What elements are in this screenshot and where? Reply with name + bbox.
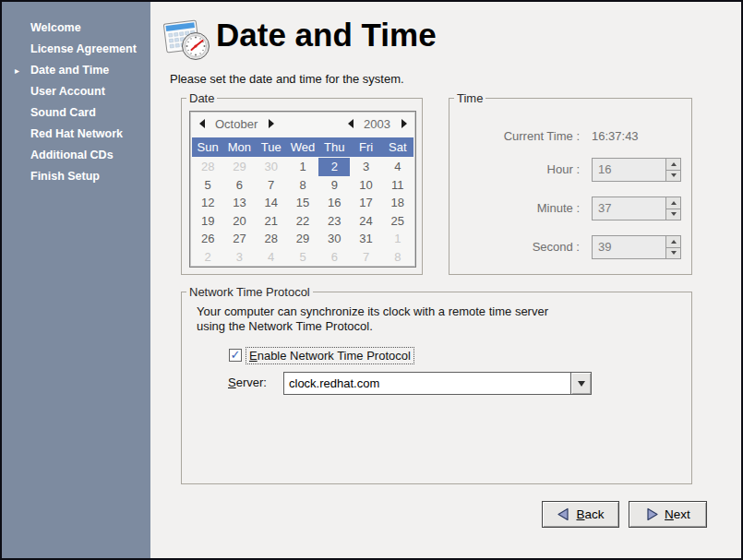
second-spin-down-icon[interactable] [666, 248, 680, 259]
calendar-day-header: Tue [256, 137, 287, 157]
calendar-grid: 2829301234567891011121314151617181920212… [192, 158, 413, 266]
calendar-day[interactable]: 8 [382, 248, 413, 267]
back-button[interactable]: Back [542, 501, 619, 528]
calendar-day[interactable]: 27 [223, 230, 255, 248]
sidebar-item-license-agreement[interactable]: License Agreement [2, 39, 150, 60]
hour-spin-up-icon[interactable] [666, 159, 680, 171]
calendar-day[interactable]: 17 [350, 194, 381, 212]
calendar-dow-row: SunMonTueWedThuFriSat [192, 137, 413, 157]
minute-label: Minute : [449, 201, 580, 215]
back-arrow-icon [557, 507, 570, 521]
back-button-label: Back [576, 507, 604, 521]
sidebar-item-sound-card[interactable]: Sound Card [2, 102, 150, 124]
sidebar-item-additional-cds[interactable]: Additional CDs [2, 145, 150, 166]
calendar-day[interactable]: 26 [192, 230, 223, 248]
calendar-day[interactable]: 1 [382, 230, 413, 248]
time-section-legend: Time [454, 91, 485, 105]
prev-month-icon[interactable] [197, 118, 207, 129]
calendar-day[interactable]: 15 [287, 194, 318, 212]
calendar-day[interactable]: 7 [350, 248, 381, 267]
calendar-day[interactable]: 25 [382, 212, 413, 231]
calendar-month-label: October [215, 117, 258, 131]
calendar-day[interactable]: 19 [192, 212, 223, 231]
next-month-icon[interactable] [266, 118, 276, 129]
next-year-icon[interactable] [399, 118, 409, 129]
calendar-day[interactable]: 9 [318, 176, 350, 195]
ntp-description-line1: Your computer can synchronize its clock … [197, 304, 548, 319]
hour-spinner[interactable]: 16 [592, 158, 681, 182]
sidebar-item-label: Sound Card [30, 106, 96, 119]
enable-ntp-row: ✓ Enable Network Time Protocol [229, 347, 414, 363]
minute-row: Minute : 37 [449, 197, 691, 220]
ntp-section: Network Time Protocol Your computer can … [181, 292, 692, 484]
sidebar-item-red-hat-network[interactable]: Red Hat Network [2, 124, 150, 145]
enable-ntp-label[interactable]: Enable Network Time Protocol [246, 347, 414, 364]
sidebar-item-welcome[interactable]: Welcome [2, 18, 150, 39]
calendar-day[interactable]: 24 [350, 212, 381, 231]
minute-value[interactable]: 37 [593, 197, 665, 220]
calendar-day[interactable]: 18 [382, 194, 413, 212]
calendar-day[interactable]: 20 [223, 212, 255, 231]
calendar-day[interactable]: 5 [192, 176, 223, 195]
hour-spin-down-icon[interactable] [666, 171, 680, 182]
calendar-day[interactable]: 10 [350, 176, 381, 195]
second-spinner[interactable]: 39 [592, 235, 681, 259]
calendar-day-selected[interactable]: 2 [318, 158, 350, 176]
calendar-day[interactable]: 28 [256, 230, 287, 248]
calendar-day[interactable]: 29 [223, 158, 255, 176]
minute-spinner[interactable]: 37 [592, 197, 681, 220]
calendar-day[interactable]: 1 [287, 158, 318, 176]
calendar-day[interactable]: 21 [256, 212, 287, 231]
calendar-day[interactable]: 2 [192, 248, 223, 267]
minute-spin-up-icon[interactable] [666, 197, 680, 209]
calendar-day[interactable]: 7 [256, 176, 287, 195]
setup-wizard-window: Welcome License Agreement ▸ Date and Tim… [0, 0, 743, 560]
hour-value[interactable]: 16 [593, 159, 665, 181]
sidebar-item-date-and-time[interactable]: ▸ Date and Time [2, 60, 150, 81]
page-subtitle: Please set the date and time for the sys… [170, 72, 404, 86]
server-label: Server: [228, 375, 267, 389]
calendar-day[interactable]: 12 [192, 194, 223, 212]
wizard-steps-sidebar: Welcome License Agreement ▸ Date and Tim… [2, 2, 150, 558]
second-value[interactable]: 39 [593, 236, 665, 258]
calendar-day[interactable]: 6 [223, 176, 255, 195]
calendar-day[interactable]: 22 [287, 212, 318, 231]
calendar-day[interactable]: 29 [287, 230, 318, 248]
calendar-day[interactable]: 28 [192, 158, 223, 176]
calendar-day[interactable]: 3 [223, 248, 255, 267]
sidebar-item-finish-setup[interactable]: Finish Setup [2, 166, 150, 187]
server-input[interactable] [283, 372, 571, 395]
calendar-day-header: Sat [382, 137, 413, 157]
hour-row: Hour : 16 [449, 158, 691, 182]
calendar-day[interactable]: 11 [382, 176, 413, 195]
sidebar-item-label: Welcome [30, 21, 81, 34]
minute-spin-down-icon[interactable] [666, 209, 680, 220]
sidebar-item-user-account[interactable]: User Account [2, 81, 150, 102]
next-button[interactable]: Next [629, 501, 707, 528]
calendar-day[interactable]: 13 [223, 194, 255, 212]
calendar-day-header: Thu [318, 137, 350, 157]
next-button-label: Next [665, 507, 690, 521]
prev-year-icon[interactable] [345, 118, 355, 129]
calendar-day[interactable]: 8 [287, 176, 318, 195]
enable-ntp-checkbox[interactable]: ✓ [229, 349, 242, 362]
calendar-day[interactable]: 30 [318, 230, 350, 248]
calendar-day[interactable]: 14 [256, 194, 287, 212]
server-dropdown-button[interactable] [571, 372, 592, 395]
calendar-day[interactable]: 4 [382, 158, 413, 176]
active-step-arrow-icon: ▸ [15, 60, 19, 81]
calendar-day[interactable]: 6 [318, 248, 350, 267]
calendar-day[interactable]: 3 [350, 158, 381, 176]
calendar-day-header: Wed [287, 137, 318, 157]
calendar-day[interactable]: 23 [318, 212, 350, 231]
ntp-section-legend: Network Time Protocol [186, 285, 313, 299]
calendar-day[interactable]: 30 [256, 158, 287, 176]
calendar-day-header: Fri [350, 137, 381, 157]
calendar-day[interactable]: 16 [318, 194, 350, 212]
calendar-day[interactable]: 4 [256, 248, 287, 267]
second-spin-up-icon[interactable] [666, 236, 680, 248]
main-content: Date and Time Please set the date and ti… [150, 2, 741, 558]
calendar-day[interactable]: 31 [350, 230, 381, 248]
calendar-day[interactable]: 5 [287, 248, 318, 267]
sidebar-item-label: Finish Setup [30, 170, 100, 183]
